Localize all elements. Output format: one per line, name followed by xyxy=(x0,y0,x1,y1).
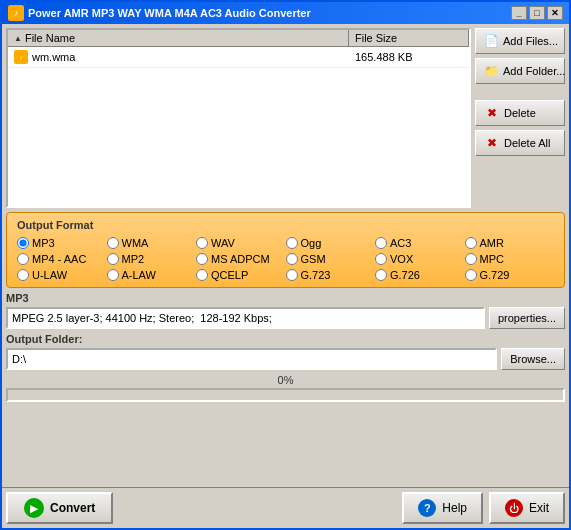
col-filesize-header: File Size xyxy=(349,30,469,46)
format-qcelp[interactable]: QCELP xyxy=(196,269,286,281)
content-area: ▲ File Name File Size ♪ wm.wma 165.488 K… xyxy=(2,24,569,487)
file-size-cell: 165.488 KB xyxy=(349,50,469,64)
format-gsm[interactable]: GSM xyxy=(286,253,376,265)
format-g726-label: G.726 xyxy=(390,269,420,281)
format-mpc-label: MPC xyxy=(480,253,504,265)
progress-bar-container xyxy=(6,388,565,402)
format-g723[interactable]: G.723 xyxy=(286,269,376,281)
browse-button[interactable]: Browse... xyxy=(501,348,565,370)
table-row[interactable]: ♪ wm.wma 165.488 KB xyxy=(8,47,469,68)
format-mp3[interactable]: MP3 xyxy=(17,237,107,249)
format-ogg-label: Ogg xyxy=(301,237,322,249)
add-files-button[interactable]: 📄 Add Files... xyxy=(475,28,565,54)
file-list-header: ▲ File Name File Size xyxy=(8,30,469,47)
add-files-icon: 📄 xyxy=(484,33,499,49)
format-ulaw-label: U-LAW xyxy=(32,269,67,281)
format-qcelp-label: QCELP xyxy=(211,269,248,281)
sort-icon: ▲ xyxy=(14,34,22,43)
format-wma-label: WMA xyxy=(122,237,149,249)
file-name-cell: ♪ wm.wma xyxy=(8,49,349,65)
maximize-button[interactable]: □ xyxy=(529,6,545,20)
radio-amr[interactable] xyxy=(465,237,477,249)
radio-alaw[interactable] xyxy=(107,269,119,281)
format-amr[interactable]: AMR xyxy=(465,237,555,249)
radio-msadpcm[interactable] xyxy=(196,253,208,265)
file-list-container: ▲ File Name File Size ♪ wm.wma 165.488 K… xyxy=(6,28,471,208)
format-mp2-label: MP2 xyxy=(122,253,145,265)
radio-mp4aac[interactable] xyxy=(17,253,29,265)
format-display-label: MP3 xyxy=(6,292,565,304)
progress-section: 0% xyxy=(6,374,565,402)
radio-ulaw[interactable] xyxy=(17,269,29,281)
format-vox[interactable]: VOX xyxy=(375,253,465,265)
convert-label: Convert xyxy=(50,501,95,515)
radio-mp3[interactable] xyxy=(17,237,29,249)
radio-mp2[interactable] xyxy=(107,253,119,265)
col-filename-label: File Name xyxy=(25,32,75,44)
folder-input[interactable] xyxy=(6,348,497,370)
format-g723-label: G.723 xyxy=(301,269,331,281)
radio-g729[interactable] xyxy=(465,269,477,281)
format-radio-grid: MP3 WMA WAV Ogg AC3 xyxy=(17,237,554,281)
add-folder-button[interactable]: 📁 Add Folder... xyxy=(475,58,565,84)
delete-all-label: Delete All xyxy=(504,137,550,149)
radio-gsm[interactable] xyxy=(286,253,298,265)
close-button[interactable]: ✕ xyxy=(547,6,563,20)
radio-ogg[interactable] xyxy=(286,237,298,249)
add-folder-icon: 📁 xyxy=(484,63,499,79)
radio-wav[interactable] xyxy=(196,237,208,249)
radio-wma[interactable] xyxy=(107,237,119,249)
app-icon: ♪ xyxy=(8,5,24,21)
format-vox-label: VOX xyxy=(390,253,413,265)
format-ac3-label: AC3 xyxy=(390,237,411,249)
exit-icon: ⏻ xyxy=(505,499,523,517)
radio-qcelp[interactable] xyxy=(196,269,208,281)
format-g726[interactable]: G.726 xyxy=(375,269,465,281)
format-display-row: properties... xyxy=(6,307,565,329)
help-label: Help xyxy=(442,501,467,515)
format-ulaw[interactable]: U-LAW xyxy=(17,269,107,281)
title-bar: ♪ Power AMR MP3 WAY WMA M4A AC3 Audio Co… xyxy=(2,2,569,24)
exit-button[interactable]: ⏻ Exit xyxy=(489,492,565,524)
delete-all-button[interactable]: ✖ Delete All xyxy=(475,130,565,156)
output-folder-label: Output Folder: xyxy=(6,333,565,345)
add-folder-label: Add Folder... xyxy=(503,65,565,77)
delete-all-icon: ✖ xyxy=(484,135,500,151)
format-wav-label: WAV xyxy=(211,237,235,249)
file-icon: ♪ xyxy=(14,50,28,64)
output-format-title: Output Format xyxy=(17,219,554,231)
help-button[interactable]: ? Help xyxy=(402,492,483,524)
col-filesize-label: File Size xyxy=(355,32,397,44)
radio-ac3[interactable] xyxy=(375,237,387,249)
delete-button[interactable]: ✖ Delete xyxy=(475,100,565,126)
convert-icon: ▶ xyxy=(24,498,44,518)
progress-label: 0% xyxy=(6,374,565,386)
format-display-input[interactable] xyxy=(6,307,485,329)
format-mp4aac-label: MP4 - AAC xyxy=(32,253,86,265)
format-alaw-label: A-LAW xyxy=(122,269,156,281)
main-area: ▲ File Name File Size ♪ wm.wma 165.488 K… xyxy=(6,28,565,208)
format-display-section: MP3 properties... xyxy=(6,292,565,329)
format-alaw[interactable]: A-LAW xyxy=(107,269,197,281)
format-msadpcm[interactable]: MS ADPCM xyxy=(196,253,286,265)
radio-vox[interactable] xyxy=(375,253,387,265)
convert-button[interactable]: ▶ Convert xyxy=(6,492,113,524)
format-wav[interactable]: WAV xyxy=(196,237,286,249)
format-ogg[interactable]: Ogg xyxy=(286,237,376,249)
format-ac3[interactable]: AC3 xyxy=(375,237,465,249)
format-mpc[interactable]: MPC xyxy=(465,253,555,265)
action-buttons: 📄 Add Files... 📁 Add Folder... ✖ Delete … xyxy=(475,28,565,208)
delete-icon: ✖ xyxy=(484,105,500,121)
format-wma[interactable]: WMA xyxy=(107,237,197,249)
minimize-button[interactable]: _ xyxy=(511,6,527,20)
radio-g726[interactable] xyxy=(375,269,387,281)
radio-g723[interactable] xyxy=(286,269,298,281)
format-mp2[interactable]: MP2 xyxy=(107,253,197,265)
radio-mpc[interactable] xyxy=(465,253,477,265)
properties-button[interactable]: properties... xyxy=(489,307,565,329)
col-filename-header: ▲ File Name xyxy=(8,30,349,46)
title-bar-buttons: _ □ ✕ xyxy=(511,6,563,20)
format-gsm-label: GSM xyxy=(301,253,326,265)
format-mp4aac[interactable]: MP4 - AAC xyxy=(17,253,107,265)
format-g729[interactable]: G.729 xyxy=(465,269,555,281)
